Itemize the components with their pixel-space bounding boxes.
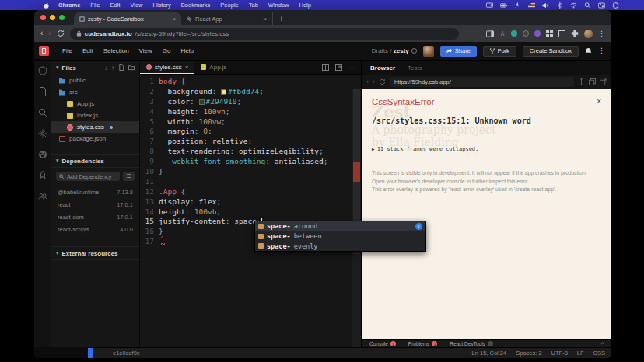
collapsed-stack-frames[interactable]: ▶11 stack frames were collapsed.	[372, 146, 601, 152]
preview-url-field[interactable]: https://59hdy.csb.app/	[390, 77, 574, 87]
dependency-babelruntime[interactable]: @babel/runtime7.13.8	[51, 186, 139, 198]
close-tab-icon[interactable]: ×	[185, 64, 189, 71]
add-dependency-button[interactable]: Add Dependency	[56, 172, 120, 181]
code-line-8[interactable]: text-rendering: optimizeLegibility;	[159, 147, 352, 157]
file-tree-item-index-js[interactable]: index.js	[51, 110, 139, 121]
collapse-caret-icon[interactable]: ▾	[56, 250, 59, 256]
autocomplete-item-space-between[interactable]: space-between	[255, 231, 425, 242]
split-editor-icon[interactable]	[322, 64, 329, 71]
file-tree-item-public[interactable]: public	[51, 75, 139, 86]
preview-forward-icon[interactable]: ›	[373, 78, 375, 85]
header-kebab-icon[interactable]: ⋮	[598, 47, 605, 54]
status-segment[interactable]: UTF-8	[551, 350, 568, 357]
codesandbox-logo[interactable]	[39, 46, 49, 56]
tab-close-icon[interactable]: ×	[263, 16, 267, 23]
code-line-9[interactable]: -webkit-font-smoothing: antialiased;	[159, 157, 352, 167]
menu-bar-item-window[interactable]: Window	[268, 2, 289, 9]
menu-bar-item-file[interactable]: File	[90, 2, 100, 9]
csb-menu-edit[interactable]: Edit	[82, 47, 93, 54]
status-segment[interactable]: CSS	[593, 350, 605, 357]
code-line-11[interactable]	[159, 177, 352, 187]
new-file-icon[interactable]	[118, 64, 124, 71]
close-window-button[interactable]	[40, 15, 46, 20]
file-tree-item-package-json[interactable]: package.json	[51, 133, 139, 144]
dependency-react[interactable]: react17.0.1	[51, 198, 139, 211]
minimize-window-button[interactable]	[50, 15, 55, 20]
expand-triangle-icon[interactable]: ▶	[372, 146, 375, 151]
github-icon[interactable]	[38, 150, 47, 159]
extensions-puzzle-icon[interactable]	[571, 30, 579, 37]
live-collaboration-icon[interactable]	[38, 192, 47, 201]
bookmark-star-icon[interactable]: ☆	[499, 30, 506, 37]
expand-console-chevron-icon[interactable]: ^	[601, 341, 604, 346]
code-line-14[interactable]: height: 100vh;	[159, 207, 352, 218]
project-info-icon[interactable]	[38, 66, 47, 75]
volume-icon[interactable]	[542, 2, 549, 9]
menu-bar-item-edit[interactable]: Edit	[110, 2, 120, 9]
new-folder-icon[interactable]	[128, 64, 135, 71]
csb-menu-file[interactable]: File	[62, 47, 72, 54]
csb-menu-help[interactable]: Help	[180, 47, 193, 54]
code-line-12[interactable]: .App {	[159, 187, 352, 197]
code-line-6[interactable]: margin: 0;	[159, 127, 352, 137]
forward-button[interactable]: ›	[48, 30, 51, 37]
export-icon[interactable]: ↓	[104, 64, 107, 71]
status-segment[interactable]: Ln 15, Col 24	[472, 350, 507, 357]
battery-icon[interactable]	[500, 2, 507, 9]
screen-mirroring-icon[interactable]	[486, 2, 493, 9]
maximize-window-button[interactable]	[59, 15, 65, 20]
collapse-caret-icon[interactable]: ▾	[56, 158, 59, 164]
responsive-mode-icon[interactable]	[578, 78, 585, 85]
extension-icon[interactable]	[534, 30, 541, 37]
info-icon[interactable]: i	[415, 223, 422, 230]
extension-icon[interactable]	[523, 30, 529, 37]
file-explorer-icon[interactable]	[38, 87, 47, 96]
preview-back-icon[interactable]: ‹	[366, 78, 369, 85]
control-center-icon[interactable]	[598, 2, 605, 9]
menu-bar-item-history[interactable]: History	[153, 2, 171, 9]
dependency-react-scripts[interactable]: react-scripts4.0.0	[51, 223, 139, 235]
file-tree-item-App-js[interactable]: App.js	[51, 98, 139, 110]
share-button[interactable]: Share	[440, 46, 477, 57]
extension-grid-icon[interactable]	[546, 30, 553, 37]
code-line-2[interactable]: background: #fbdd74;	[159, 87, 352, 97]
csb-menu-view[interactable]: View	[139, 47, 152, 54]
wifi-icon[interactable]	[570, 2, 577, 9]
settings-gear-icon[interactable]	[38, 129, 47, 138]
menu-bar-item-chrome[interactable]: Chrome	[58, 2, 80, 9]
new-tab-button[interactable]: +	[279, 15, 284, 23]
console-tab[interactable]: Console1	[369, 341, 396, 346]
back-button[interactable]: ‹	[40, 30, 43, 37]
open-in-new-window-icon[interactable]	[600, 78, 607, 85]
code-line-10[interactable]: }	[159, 167, 352, 177]
address-bar[interactable]: codesandbox.io/s/zesty-59hdy?file=/src/s…	[70, 28, 459, 40]
extension-icon[interactable]	[511, 30, 517, 37]
editor-more-ellipsis-icon[interactable]: ⋯	[348, 64, 355, 71]
search-icon[interactable]	[38, 108, 47, 117]
fork-button[interactable]: Fork	[483, 46, 516, 57]
apple-icon[interactable]	[44, 2, 49, 9]
browser-tab-codesandbox[interactable]: zesty - CodeSandbox ×	[74, 12, 181, 25]
user-avatar[interactable]	[423, 46, 434, 57]
notifications-bell-icon[interactable]	[585, 47, 592, 55]
reload-button[interactable]	[57, 30, 65, 37]
dependencies-header[interactable]: ▾ Dependencies	[51, 154, 139, 168]
profile-avatar[interactable]	[584, 30, 593, 38]
autocomplete-item-space-around[interactable]: space-aroundi	[255, 221, 425, 231]
preview-tab-browser[interactable]: Browser	[370, 64, 395, 71]
code-area[interactable]: 1234567891011121314151617 body { backgro…	[140, 75, 361, 347]
file-tree-item-styles-css[interactable]: styles.css	[51, 121, 139, 133]
privacy-icon[interactable]	[411, 48, 417, 54]
file-tree-item-src[interactable]: src	[51, 86, 139, 98]
menu-bar-item-people[interactable]: People	[220, 2, 238, 9]
open-preview-icon[interactable]	[335, 64, 342, 71]
status-segment[interactable]: Spaces: 2	[516, 350, 541, 357]
files-panel-header[interactable]: ▾ Files ↓ ↑	[51, 61, 139, 75]
status-segment[interactable]: LF	[577, 350, 584, 357]
preview-tab-tests[interactable]: Tests	[408, 64, 422, 71]
editor-tab-app-js[interactable]: App.js	[194, 61, 233, 74]
code-line-1[interactable]: body {	[159, 77, 352, 87]
menu-bar-item-tab[interactable]: Tab	[249, 2, 258, 9]
cursor-icon[interactable]	[514, 2, 521, 9]
preview-refresh-icon[interactable]	[379, 78, 386, 85]
